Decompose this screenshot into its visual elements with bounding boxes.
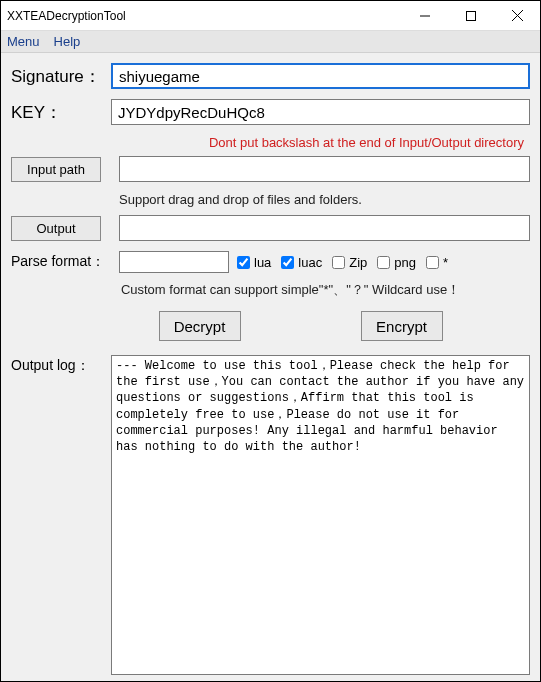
decrypt-button[interactable]: Decrypt [159,311,241,341]
checkbox-star-input[interactable] [426,256,439,269]
checkbox-luac-input[interactable] [281,256,294,269]
signature-input[interactable] [111,63,530,89]
checkbox-luac[interactable]: luac [281,255,322,270]
output-log-label: Output log： [11,355,111,675]
key-label: KEY： [11,101,111,124]
menu-item-menu[interactable]: Menu [7,34,40,49]
encrypt-button[interactable]: Encrypt [361,311,443,341]
content-area: Signature： KEY： Dont put backslash at th… [1,53,540,681]
checkbox-lua[interactable]: lua [237,255,271,270]
format-input[interactable] [119,251,229,273]
key-input[interactable] [111,99,530,125]
checkbox-zip[interactable]: Zip [332,255,367,270]
minimize-button[interactable] [402,1,448,30]
checkbox-png-input[interactable] [377,256,390,269]
signature-label: Signature： [11,65,111,88]
checkbox-lua-input[interactable] [237,256,250,269]
format-hint: Custom format can support simple"*"、"？" … [11,281,530,299]
format-label: Parse format： [11,253,119,271]
close-button[interactable] [494,1,540,30]
window-title: XXTEADecryptionTool [1,9,402,23]
title-bar: XXTEADecryptionTool [1,1,540,31]
maximize-button[interactable] [448,1,494,30]
warning-text: Dont put backslash at the end of Input/O… [11,135,530,150]
checkbox-star[interactable]: * [426,255,448,270]
window-controls [402,1,540,30]
drag-hint: Support drag and drop of files and folde… [119,192,530,207]
input-path-field[interactable] [119,156,530,182]
checkbox-png[interactable]: png [377,255,416,270]
menu-bar: Menu Help [1,31,540,53]
output-button[interactable]: Output [11,216,101,241]
output-log-area[interactable]: --- Welcome to use this tool，Please chec… [111,355,530,675]
output-field[interactable] [119,215,530,241]
svg-rect-1 [467,11,476,20]
menu-item-help[interactable]: Help [54,34,81,49]
input-path-button[interactable]: Input path [11,157,101,182]
checkbox-zip-input[interactable] [332,256,345,269]
